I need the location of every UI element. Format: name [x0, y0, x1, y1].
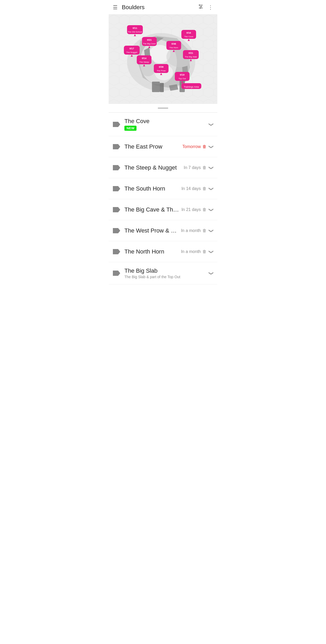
delete-icon[interactable]: 🗑 — [202, 249, 207, 254]
item-time: In a month — [181, 228, 201, 233]
svg-text:0/16: 0/16 — [186, 31, 191, 34]
chevron-down-icon[interactable]: ❯ — [208, 122, 214, 126]
item-right-north-horn: In a month 🗑 ❯ — [181, 249, 213, 255]
list-item[interactable]: The South Horn In 14 days 🗑 ❯ — [109, 178, 217, 199]
svg-marker-59 — [113, 186, 120, 191]
list-item[interactable]: The East Prow Tomorrow 🗑 ❯ — [109, 136, 217, 157]
tag-icon-steep-nugget — [113, 164, 120, 171]
boulder-list: The Cove NEW ❯ The East Prow Tomorrow 🗑 … — [109, 113, 217, 284]
tag-icon-big-cave-old — [113, 206, 120, 213]
map-area[interactable]: 0/11 The Old School 0/21 The Big Cave 0/… — [109, 15, 217, 104]
item-title: The Big Cave & The O... — [124, 206, 179, 213]
item-right-east-prow: Tomorrow 🗑 ❯ — [182, 144, 213, 150]
item-subtitle: The Big Slab & part of the Top Out — [124, 275, 206, 279]
svg-marker-56 — [113, 122, 120, 127]
new-badge: NEW — [124, 126, 136, 131]
svg-text:0/39: 0/39 — [159, 66, 164, 68]
svg-marker-58 — [113, 165, 120, 170]
delete-icon[interactable]: 🗑 — [202, 165, 207, 170]
filter-icon[interactable] — [198, 4, 204, 11]
item-title: The Big Slab — [124, 267, 206, 274]
item-right-south-horn: In 14 days 🗑 ❯ — [181, 186, 213, 192]
item-time: In 7 days — [184, 165, 201, 170]
item-title: The Steep & Nugget — [124, 164, 182, 171]
item-time: In 14 days — [181, 186, 201, 191]
chevron-down-icon[interactable]: ❯ — [208, 229, 214, 233]
svg-text:The Steep: The Steep — [139, 61, 149, 63]
svg-marker-61 — [113, 228, 120, 233]
chevron-down-icon[interactable]: ❯ — [208, 208, 214, 212]
tag-icon-north-horn — [113, 248, 120, 255]
svg-text:The Big Slab: The Big Slab — [185, 56, 197, 58]
svg-marker-57 — [113, 144, 120, 149]
item-time: In a month — [181, 249, 201, 254]
tag-icon-south-horn — [113, 185, 120, 192]
app-header: ☰ Boulders ⋮ — [109, 0, 217, 15]
chevron-down-icon[interactable]: ❯ — [208, 166, 214, 170]
chevron-down-icon[interactable]: ❯ — [208, 250, 214, 254]
chevron-down-icon[interactable]: ❯ — [208, 187, 214, 191]
item-title: The North Horn — [124, 248, 179, 255]
item-time: In 21 days — [181, 207, 201, 212]
svg-text:The Old School: The Old School — [128, 31, 142, 33]
delete-icon[interactable]: 🗑 — [202, 228, 207, 233]
list-item[interactable]: The Cove NEW ❯ — [109, 113, 217, 136]
item-content-west-prow: The West Prow & Sou... — [124, 227, 179, 234]
delete-icon[interactable]: 🗑 — [202, 207, 207, 212]
more-options-icon[interactable]: ⋮ — [208, 4, 213, 10]
svg-text:0/21: 0/21 — [188, 52, 193, 54]
delete-icon[interactable]: 🗑 — [202, 186, 207, 191]
svg-text:0/14: 0/14 — [142, 57, 146, 60]
item-content-cove: The Cove NEW — [124, 118, 206, 131]
svg-text:The Nugget: The Nugget — [126, 51, 138, 54]
svg-text:0/46: 0/46 — [171, 43, 176, 45]
svg-text:0/21: 0/21 — [147, 39, 152, 41]
svg-text:0/17: 0/17 — [129, 47, 134, 50]
header-actions: ⋮ — [198, 4, 213, 11]
tag-icon-cove — [113, 121, 120, 128]
chevron-down-icon[interactable]: ❯ — [208, 271, 214, 275]
item-content-east-prow: The East Prow — [124, 143, 180, 150]
item-right-west-prow: In a month 🗑 ❯ — [181, 228, 213, 234]
svg-text:The Cove: The Cove — [184, 35, 193, 38]
item-right-big-slab: ❯ — [208, 270, 213, 276]
item-content-south-horn: The South Horn — [124, 185, 179, 192]
svg-rect-15 — [152, 82, 160, 92]
svg-text:The Horn: The Horn — [169, 46, 178, 49]
item-title: The East Prow — [124, 143, 180, 150]
item-title: The South Horn — [124, 185, 179, 192]
list-item[interactable]: The Big Cave & The O... In 21 days 🗑 ❯ — [109, 199, 217, 220]
svg-text:The Prow: The Prow — [157, 70, 166, 72]
tag-icon-big-slab-list — [113, 270, 120, 277]
svg-text:0/19: 0/19 — [180, 73, 185, 76]
item-right-cove: ❯ — [208, 122, 213, 127]
svg-text:The Big Cave: The Big Cave — [143, 43, 156, 45]
svg-text:Trainings Area: Trainings Area — [184, 86, 199, 88]
item-content-big-slab: The Big Slab The Big Slab & part of the … — [124, 267, 206, 279]
delete-icon[interactable]: 🗑 — [202, 144, 207, 149]
list-item[interactable]: The West Prow & Sou... In a month 🗑 ❯ — [109, 220, 217, 241]
svg-text:0/11: 0/11 — [133, 27, 137, 29]
item-title: The West Prow & Sou... — [124, 227, 179, 234]
item-content-north-horn: The North Horn — [124, 248, 179, 255]
item-right-big-cave-old: In 21 days 🗑 ❯ — [181, 207, 213, 213]
tag-icon-east-prow — [113, 143, 120, 150]
item-content-steep-nugget: The Steep & Nugget — [124, 164, 182, 171]
svg-rect-16 — [160, 83, 164, 92]
item-title: The Cove — [124, 118, 206, 125]
tag-icon-west-prow — [113, 227, 120, 234]
list-item[interactable]: The Steep & Nugget In 7 days 🗑 ❯ — [109, 157, 217, 178]
svg-marker-62 — [113, 249, 120, 254]
svg-text:Top Out: Top Out — [178, 77, 186, 80]
drag-handle[interactable] — [158, 108, 168, 109]
item-time: Tomorrow — [182, 144, 201, 149]
menu-icon[interactable]: ☰ — [113, 4, 118, 10]
svg-marker-63 — [113, 271, 120, 276]
drag-handle-container — [109, 104, 217, 113]
item-content-big-cave-old: The Big Cave & The O... — [124, 206, 179, 213]
page-title: Boulders — [122, 4, 198, 11]
list-item[interactable]: The North Horn In a month 🗑 ❯ — [109, 241, 217, 262]
list-item[interactable]: The Big Slab The Big Slab & part of the … — [109, 262, 217, 284]
svg-marker-60 — [113, 207, 120, 212]
chevron-down-icon[interactable]: ❯ — [208, 145, 214, 149]
